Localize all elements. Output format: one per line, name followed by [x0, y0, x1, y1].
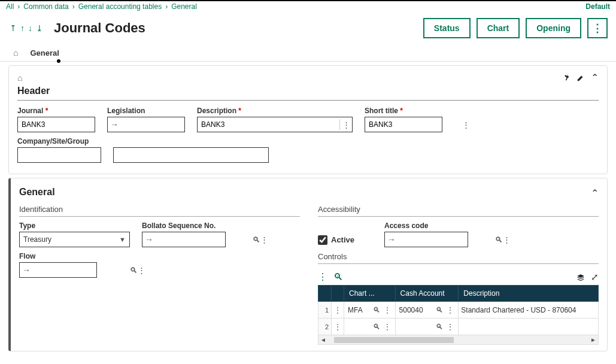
menu-icon[interactable]: ⋮	[138, 266, 145, 275]
scroll-left-icon[interactable]: ◄	[318, 336, 328, 343]
csg-label: Company/Site/Group	[17, 137, 269, 145]
chevron-right-icon: ›	[17, 2, 20, 11]
csg-text-input[interactable]	[113, 147, 269, 163]
identification-column: Identification Type Treasury ▼ Bollato S…	[19, 201, 300, 345]
page-title: Journal Codes	[54, 20, 145, 36]
search-icon[interactable]: 🔍︎	[371, 306, 382, 314]
more-menu-button[interactable]: ⋮	[587, 18, 608, 38]
grid-header-desc[interactable]: Description	[459, 286, 599, 302]
nav-prev-icon[interactable]: ↑	[19, 23, 26, 33]
row-menu-icon[interactable]: ⋮	[332, 302, 344, 318]
edit-icon[interactable]	[576, 72, 585, 83]
scroll-right-icon[interactable]: ►	[588, 336, 598, 343]
divider	[318, 216, 599, 217]
flow-field[interactable]	[33, 263, 130, 277]
menu-icon[interactable]: ⋮	[445, 323, 456, 331]
csg-input[interactable]: 🔍︎ ⋮	[17, 147, 101, 163]
menu-icon[interactable]: ⋮	[382, 323, 393, 331]
expand-icon[interactable]: ⤢	[591, 272, 599, 283]
shorttitle-field[interactable]	[365, 117, 462, 132]
grid-search-icon[interactable]: 🔍︎	[333, 272, 343, 283]
chart-button[interactable]: Chart	[477, 18, 520, 38]
search-icon[interactable]: 🔍︎	[253, 235, 260, 244]
search-icon[interactable]: 🔍︎	[434, 323, 445, 331]
menu-icon[interactable]: ⋮	[462, 120, 470, 129]
cell-chart[interactable]: 🔍︎ ⋮	[344, 318, 396, 335]
journal-label: Journal	[17, 107, 95, 115]
description-input[interactable]: ⋮	[197, 117, 353, 132]
shorttitle-input[interactable]: ⋮	[365, 117, 442, 132]
menu-icon[interactable]: ⋮	[503, 235, 511, 244]
csg-text-field[interactable]	[114, 148, 268, 162]
menu-icon[interactable]: ⋮	[382, 306, 393, 314]
cell-desc[interactable]	[459, 318, 599, 335]
search-icon[interactable]: 🔍︎	[130, 266, 138, 275]
cell-cash[interactable]: 🔍︎ ⋮	[395, 318, 459, 335]
cell-chart[interactable]: MFA 🔍︎ ⋮	[344, 302, 396, 318]
header-section-title: Header	[17, 86, 599, 96]
menu-icon[interactable]: ⋮	[445, 306, 456, 314]
journal-input[interactable]: 🔍︎ ⋮	[17, 117, 95, 132]
nav-next-icon[interactable]: ↓	[27, 23, 34, 33]
grid-toolbar: ⋮ 🔍︎ ⤢	[318, 269, 599, 285]
breadcrumb-tables[interactable]: General accounting tables	[78, 2, 162, 11]
active-checkbox[interactable]	[318, 235, 327, 245]
arrow-right-icon: →	[108, 120, 121, 129]
scroll-track[interactable]	[328, 337, 588, 343]
breadcrumb-default[interactable]: Default	[585, 2, 610, 11]
breadcrumb-general[interactable]: General	[171, 2, 197, 11]
tab-home-icon[interactable]: ⌂	[8, 44, 23, 61]
grid-scrollbar[interactable]: ◄ ►	[318, 335, 599, 345]
row-number: 2	[318, 318, 332, 335]
legislation-input[interactable]: → 🔍︎ ⋮	[107, 117, 185, 132]
legislation-label: Legislation	[107, 107, 185, 115]
accessibility-heading: Accessibility	[318, 205, 599, 214]
panel-home-icon[interactable]: ⌂	[17, 73, 22, 83]
grid-corner	[318, 286, 332, 302]
divider	[19, 216, 300, 217]
layers-icon[interactable]	[576, 272, 585, 283]
accessibility-column: Accessibility Active Access code → 🔍︎ ⋮	[318, 201, 599, 345]
controls-heading: Controls	[318, 252, 599, 261]
grid-header-cash[interactable]: Cash Account	[395, 286, 459, 302]
flow-input[interactable]: → 🔍︎ ⋮	[19, 262, 97, 278]
row-menu-icon[interactable]: ⋮	[332, 318, 344, 335]
grid-menu-icon[interactable]: ⋮	[318, 271, 327, 283]
csg-field[interactable]	[18, 148, 115, 162]
general-panel: General ⌃ Identification Type Treasury ▼…	[8, 178, 608, 351]
cell-cash[interactable]: 500040 🔍︎ ⋮	[395, 302, 459, 318]
menu-icon[interactable]: ⋮	[260, 235, 268, 244]
bollato-label: Bollato Sequence No.	[142, 222, 226, 230]
collapse-icon[interactable]: ⌃	[591, 187, 599, 199]
menu-icon[interactable]: ⋮	[340, 120, 352, 129]
nav-last-icon[interactable]: ⤓	[35, 23, 44, 33]
arrow-right-icon: →	[20, 265, 33, 275]
type-select[interactable]: Treasury ▼	[19, 232, 130, 247]
general-section-title: General	[19, 187, 55, 198]
scroll-thumb[interactable]	[334, 337, 454, 343]
cell-desc[interactable]: Standard Chartered - USD - 870604	[459, 302, 599, 318]
access-field[interactable]	[398, 232, 495, 247]
active-checkbox-wrap[interactable]: Active	[318, 232, 354, 247]
breadcrumb-common[interactable]: Common data	[23, 2, 68, 11]
grid-header-chart[interactable]: Chart ...	[344, 286, 396, 302]
pin-icon[interactable]	[562, 72, 571, 83]
breadcrumb-all[interactable]: All	[6, 2, 14, 11]
status-button[interactable]: Status	[423, 18, 471, 38]
bollato-input[interactable]: → 🔍︎ ⋮	[142, 232, 226, 247]
collapse-icon[interactable]: ⌃	[591, 72, 599, 83]
access-input[interactable]: → 🔍︎ ⋮	[384, 232, 468, 247]
search-icon[interactable]: 🔍︎	[495, 235, 503, 244]
description-label: Description	[197, 107, 353, 115]
description-field[interactable]	[198, 117, 339, 132]
search-icon[interactable]: 🔍︎	[371, 323, 382, 331]
bollato-field[interactable]	[156, 232, 253, 247]
grid-corner	[332, 286, 344, 302]
search-icon[interactable]: 🔍︎	[434, 306, 445, 314]
opening-button[interactable]: Opening	[526, 18, 581, 38]
type-label: Type	[19, 222, 130, 230]
controls-grid: Chart ... Cash Account Description 1 ⋮ M…	[318, 285, 599, 335]
journal-field[interactable]	[18, 117, 115, 132]
nav-first-icon[interactable]: ⤒	[8, 23, 18, 33]
tab-general[interactable]: General	[23, 45, 66, 61]
